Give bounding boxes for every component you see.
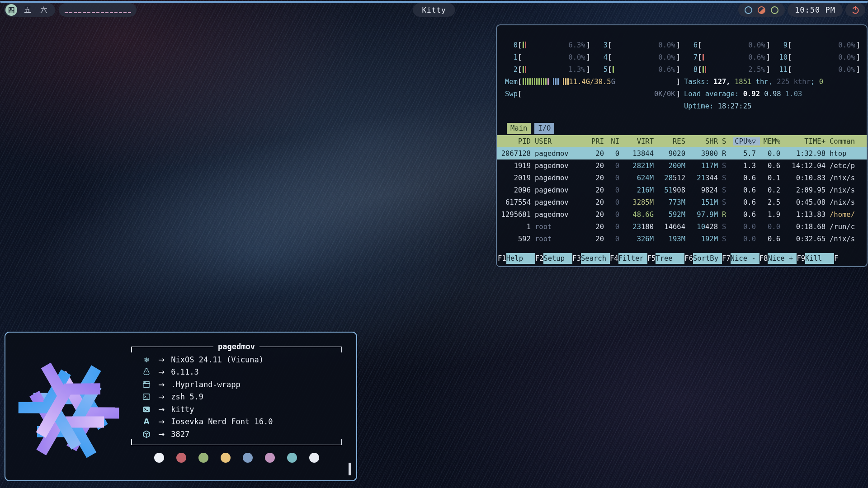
- cpu-meter-2: 2[1.3%]: [504, 63, 590, 75]
- cell-s: S: [722, 198, 733, 206]
- power-button[interactable]: [845, 3, 865, 17]
- column-header-pid[interactable]: PID: [497, 137, 535, 145]
- table-row[interactable]: 2067128pagedmov2001384490203900R5.70.01:…: [497, 147, 867, 160]
- column-header-comman[interactable]: Comman: [830, 137, 867, 145]
- text-segment: 0.6: [743, 198, 756, 206]
- fkey-label-nice+[interactable]: Nice +: [768, 253, 797, 264]
- fkey-f1[interactable]: F1: [498, 254, 506, 263]
- text-segment: htop: [830, 150, 846, 158]
- fkey-f3[interactable]: F3: [572, 254, 581, 263]
- column-header-user[interactable]: USER: [535, 137, 588, 145]
- column-header-s[interactable]: S: [722, 137, 733, 145]
- fastfetch-terminal-window[interactable]: pagedmov ❄→NixOS 24.11 (Vicuna)→6.11.3→.…: [5, 332, 357, 481]
- fkey-f4[interactable]: F4: [610, 254, 618, 263]
- circle-orange-icon[interactable]: [758, 6, 765, 14]
- text-segment: Tasks:: [684, 78, 713, 86]
- column-header-mem[interactable]: MEM%: [760, 137, 784, 145]
- circle-green-icon[interactable]: [771, 6, 778, 14]
- cpu-meter-5: 5[0.6%]: [594, 63, 680, 75]
- text-segment: S: [722, 235, 726, 243]
- column-header-ni[interactable]: NI: [608, 137, 623, 145]
- active-window-title: Kitty: [413, 3, 455, 17]
- fkey-label-help[interactable]: Help: [506, 253, 535, 264]
- fkey-label-search[interactable]: Search: [581, 253, 610, 264]
- table-row[interactable]: 617554pagedmov2003285M773M151MS0.62.50:4…: [497, 196, 867, 208]
- text-segment: /nix/s: [830, 186, 855, 194]
- cpu-meter-11: 11[0.0%]: [774, 63, 860, 75]
- fkey-f8[interactable]: F8: [760, 254, 768, 263]
- workspace-button-2[interactable]: 五: [22, 4, 33, 16]
- table-row[interactable]: 592root200326M193M192MS0.00.60:32.65/nix…: [497, 233, 867, 245]
- cell-user: root: [535, 223, 588, 231]
- fkey-label-sortby[interactable]: SortBy: [693, 253, 722, 264]
- music-dash: [87, 12, 90, 13]
- text-segment: 200M: [669, 162, 685, 170]
- load-average: Load average: 0.92 0.98 1.03: [684, 88, 860, 100]
- meter-bars: [523, 42, 526, 48]
- text-segment: 0: [615, 211, 619, 219]
- meter-bars: [523, 66, 526, 73]
- fkey-f7[interactable]: F7: [722, 254, 731, 263]
- table-row[interactable]: 1919pagedmov2002821M200M117MS1.30.614:12…: [497, 160, 867, 172]
- column-header-pri[interactable]: PRI: [588, 137, 608, 145]
- tab-io[interactable]: I/O: [534, 123, 554, 134]
- column-header-time[interactable]: TIME+: [784, 137, 830, 145]
- cpu-meter-8: 8[2.5%]: [684, 63, 770, 75]
- column-header-res[interactable]: RES: [658, 137, 689, 145]
- column-header-shr[interactable]: SHR: [689, 137, 722, 145]
- tab-main[interactable]: Main: [507, 123, 531, 134]
- cell-pri: 20: [588, 162, 608, 170]
- workspace-button-3[interactable]: 六: [38, 4, 50, 16]
- meter-label: 9: [774, 41, 788, 49]
- cell-shr: 9824: [689, 186, 722, 194]
- table-row[interactable]: 2019pagedmov200624M2851221344S0.60.10:10…: [497, 172, 867, 184]
- text-segment: 20: [595, 162, 604, 170]
- table-row[interactable]: 1root200231801466410428S0.00.00:18.68/ru…: [497, 221, 867, 233]
- music-progress-widget[interactable]: [59, 3, 137, 17]
- fkey-f6[interactable]: F6: [684, 254, 693, 263]
- text-segment: 48.6G: [632, 211, 654, 219]
- cpu-percentage: 0.0%: [838, 41, 855, 49]
- fetch-box-top-border: pagedmov: [131, 343, 342, 351]
- text-segment: 0.6: [743, 211, 756, 219]
- text-segment: 1851: [735, 78, 751, 86]
- cell-cpu: 0.6: [733, 174, 760, 182]
- meter-body: 0.0%: [792, 66, 856, 74]
- fkey-f2[interactable]: F2: [535, 254, 544, 263]
- cell-virt: 624M: [623, 174, 658, 182]
- cell-s: S: [722, 235, 733, 243]
- fkey-f5[interactable]: F5: [647, 254, 656, 263]
- text-segment: 0.6: [768, 162, 780, 170]
- meter-bar: [523, 66, 524, 73]
- workspace-button-1[interactable]: 四: [5, 4, 17, 16]
- fkey-label-setup[interactable]: Setup: [543, 253, 572, 264]
- fkey-label-tree[interactable]: Tree: [656, 253, 684, 264]
- table-row[interactable]: 1295681pagedmov20048.6G592M97.9MR0.61.91…: [497, 208, 867, 221]
- htop-terminal-window[interactable]: 0[6.3%]3[0.0%]6[0.0%]9[0.0%]1[0.0%]4[0.0…: [496, 24, 868, 267]
- table-row[interactable]: 2096pagedmov200216M519089824S0.60.22:09.…: [497, 184, 867, 196]
- music-dash: [105, 12, 108, 13]
- window-manager-icon: [141, 380, 152, 389]
- text-segment: 0:10.83: [796, 174, 826, 182]
- fkey-f9[interactable]: F9: [797, 254, 805, 263]
- cell-virt: 3285M: [623, 198, 658, 206]
- fkey-label-kill[interactable]: Kill: [805, 253, 834, 264]
- text-segment: 2821M: [632, 162, 654, 170]
- cpu-meter-0: 0[6.3%]: [504, 39, 590, 51]
- circle-blue-icon[interactable]: [745, 6, 752, 14]
- text-segment: S: [722, 223, 726, 231]
- cell-mem: 1.9: [760, 211, 784, 219]
- cell-res: 28512: [658, 174, 689, 182]
- cell-user: pagedmov: [535, 174, 588, 182]
- fkey-f[interactable]: F: [834, 254, 838, 263]
- fkey-label-filter[interactable]: Filter: [618, 253, 647, 264]
- cell-pri: 20: [588, 150, 608, 158]
- cell-comman: /home/: [830, 211, 867, 219]
- cell-comman: /nix/s: [830, 186, 867, 194]
- column-header-virt[interactable]: VIRT: [623, 137, 658, 145]
- uptime: Uptime: 18:27:25: [684, 100, 860, 112]
- fkey-label-nice-[interactable]: Nice -: [731, 253, 760, 264]
- text-segment: 326M: [637, 235, 654, 243]
- cpu-meter-10: 10[0.0%]: [774, 51, 860, 63]
- column-header-cpu[interactable]: CPU%▽: [733, 137, 760, 145]
